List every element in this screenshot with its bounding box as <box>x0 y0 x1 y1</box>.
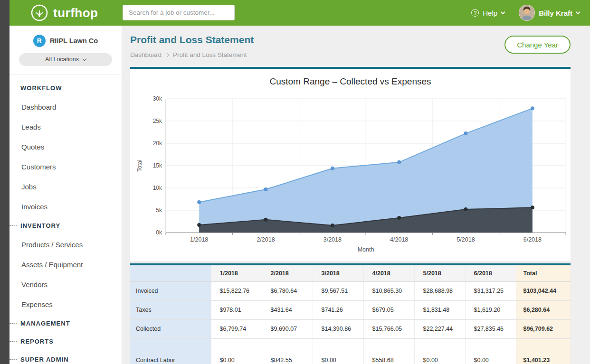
user-name: Billy Kraft <box>539 9 572 17</box>
gap-cell <box>414 338 465 351</box>
user-menu[interactable]: Billy Kraft <box>519 5 580 21</box>
tree-dash-icon <box>10 341 17 342</box>
gap-cell <box>211 338 262 351</box>
svg-text:2/2018: 2/2018 <box>257 236 275 243</box>
svg-text:5k: 5k <box>156 207 162 214</box>
gap-cell <box>516 338 571 351</box>
chart-card: Custom Range – Collected vs Expenses 0k5… <box>130 67 571 261</box>
table-cell: $31,317.25 <box>465 281 516 300</box>
sidebar-item-quotes[interactable]: Quotes <box>10 137 122 157</box>
help-menu[interactable]: ? Help <box>471 9 504 17</box>
sidebar-section-label: WORKFLOW <box>20 84 62 92</box>
sidebar-nav: WORKFLOWDashboardLeadsQuotesCustomersJob… <box>10 75 122 364</box>
table-cell: $15,822.76 <box>211 281 262 300</box>
svg-text:3/2018: 3/2018 <box>324 236 342 243</box>
tree-dash-icon <box>10 323 17 324</box>
user-avatar <box>519 5 535 21</box>
help-label: Help <box>483 9 497 17</box>
svg-text:4/2018: 4/2018 <box>390 236 408 243</box>
pl-table-body: Invoiced$15,822.76$6,780.64$9,567.51$10,… <box>130 281 571 364</box>
table-cell: $9,567.51 <box>313 281 363 300</box>
locations-dropdown[interactable]: All Locations <box>19 53 112 66</box>
breadcrumb-current: Profit and Loss Statement <box>173 51 247 58</box>
gap-cell <box>130 338 211 351</box>
company-block: R RIIPL Lawn Co All Locations <box>10 26 122 75</box>
help-icon: ? <box>471 9 479 17</box>
svg-text:0k: 0k <box>156 229 162 236</box>
page-header: Profit and Loss Statement Dashboard Prof… <box>122 26 590 58</box>
table-header-cell: 5/2018 <box>414 265 465 281</box>
svg-text:6/2018: 6/2018 <box>523 236 542 243</box>
company-name: RIIPL Lawn Co <box>50 37 98 45</box>
table-cell: $679.05 <box>363 300 414 319</box>
turfhop-grass-icon <box>30 4 48 22</box>
table-cell: $0.00 <box>313 351 363 364</box>
gap-cell <box>313 338 363 351</box>
table-row: Taxes$978.01$431.64$741.26$679.05$1,831.… <box>130 300 571 319</box>
left-edge-rail <box>0 0 10 364</box>
tree-dash-icon <box>10 359 17 360</box>
sidebar-item-products-services[interactable]: Products / Services <box>10 234 122 254</box>
table-cell: $22,227.44 <box>414 319 465 338</box>
sidebar-section-management: MANAGEMENT <box>10 314 122 332</box>
table-row: Collected$6,799.74$9,690.07$14,390.86$15… <box>130 319 571 338</box>
gap-cell <box>262 338 313 351</box>
brand-name: turfhop <box>53 6 98 20</box>
sidebar-item-dashboard[interactable]: Dashboard <box>10 97 122 117</box>
sidebar-section-label: SUPER ADMIN <box>20 356 69 363</box>
search-input[interactable] <box>123 5 235 20</box>
sidebar: R RIIPL Lawn Co All Locations WORKFLOWDa… <box>10 26 122 364</box>
sidebar-item-leads[interactable]: Leads <box>10 117 122 137</box>
sidebar-section-reports: REPORTS <box>10 332 122 350</box>
sidebar-item-jobs[interactable]: Jobs <box>10 177 122 196</box>
table-cell: $0.00 <box>211 351 262 364</box>
table-header-cell: 6/2018 <box>465 265 516 281</box>
gap-cell <box>465 338 516 351</box>
table-row: Invoiced$15,822.76$6,780.64$9,567.51$10,… <box>130 281 571 300</box>
table-header-cell <box>130 265 211 281</box>
change-year-button[interactable]: Change Year <box>504 36 571 54</box>
table-cell: $431.64 <box>262 300 313 319</box>
company-row[interactable]: R RIIPL Lawn Co <box>33 35 98 47</box>
table-cell: $28,688.98 <box>414 281 465 300</box>
svg-text:25k: 25k <box>153 118 162 124</box>
svg-text:10k: 10k <box>153 185 162 191</box>
table-cell: $0.00 <box>465 351 516 364</box>
table-header-cell: 3/2018 <box>313 265 363 281</box>
chevron-down-icon <box>501 9 505 14</box>
chevron-down-icon <box>576 9 580 14</box>
table-header-cell: 2/2018 <box>262 265 313 281</box>
svg-text:5/2018: 5/2018 <box>457 236 475 243</box>
pl-table: 1/20182/20183/20184/20185/20186/2018Tota… <box>130 265 571 364</box>
sidebar-section-label: MANAGEMENT <box>20 320 70 327</box>
main-content: Profit and Loss Statement Dashboard Prof… <box>122 26 590 364</box>
breadcrumb-dashboard[interactable]: Dashboard <box>130 51 162 58</box>
row-label: Collected <box>130 319 211 338</box>
sidebar-item-assets-equipment[interactable]: Assets / Equipment <box>10 254 122 274</box>
table-row: Contract Labor$0.00$842.55$0.00$558.68$0… <box>130 351 571 364</box>
pl-chart-svg: 0k5k10k15k20k25k30k1/20182/20183/20184/2… <box>130 90 571 257</box>
sidebar-section-inventory: INVENTORY <box>10 216 122 234</box>
table-cell: $9,690.07 <box>262 319 313 338</box>
table-cell: $558.68 <box>363 351 414 364</box>
table-cell: $14,390.86 <box>313 319 363 338</box>
table-cell-total: $1,401.23 <box>516 351 571 364</box>
chevron-down-icon <box>83 56 86 60</box>
table-cell: $1,619.20 <box>465 300 516 319</box>
row-label: Contract Labor <box>130 351 211 364</box>
sidebar-item-vendors[interactable]: Vendors <box>10 274 122 294</box>
sidebar-item-expenses[interactable]: Expenses <box>10 294 122 314</box>
table-cell: $978.01 <box>211 300 262 319</box>
table-cell: $6,780.64 <box>262 281 313 300</box>
svg-text:30k: 30k <box>153 95 162 102</box>
sidebar-item-invoices[interactable]: Invoices <box>10 196 122 216</box>
row-label: Taxes <box>130 300 211 319</box>
brand-logo[interactable]: turfhop <box>30 0 98 26</box>
sidebar-item-customers[interactable]: Customers <box>10 157 122 177</box>
table-header-cell: 4/2018 <box>363 265 414 281</box>
sidebar-section-label: REPORTS <box>20 338 54 345</box>
svg-text:15k: 15k <box>153 162 162 169</box>
svg-text:1/2018: 1/2018 <box>190 236 208 243</box>
svg-text:20k: 20k <box>153 140 162 147</box>
table-cell: $10,865.30 <box>363 281 414 300</box>
